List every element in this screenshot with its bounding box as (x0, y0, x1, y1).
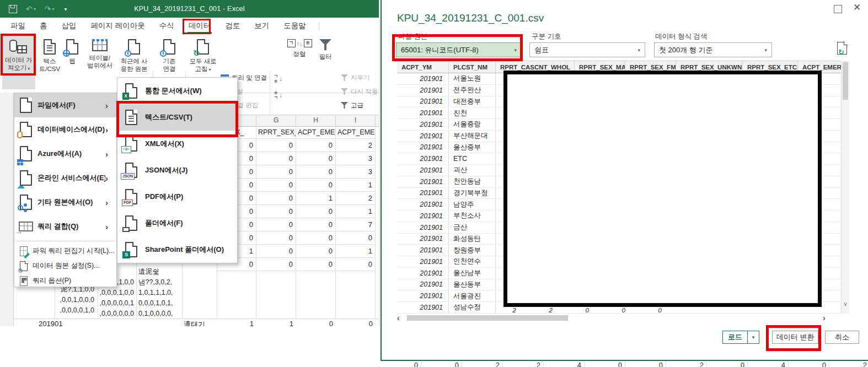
transform-data-button[interactable]: 데이터 변환 (772, 331, 818, 344)
menu-item[interactable]: Azure에서(A) › (14, 142, 116, 166)
submenu-item-icon (125, 163, 137, 178)
menu-item[interactable]: 데이터베이스에서(D) › (14, 117, 116, 142)
sheet-cell: 0 (296, 165, 336, 179)
refresh-preview-icon[interactable] (837, 42, 847, 55)
menu-item-icon (19, 222, 33, 231)
column-header[interactable]: H (296, 115, 336, 126)
sheet-cell: 0 (256, 179, 296, 192)
preview-column-header: PLCST_NM (449, 61, 496, 73)
sheet-row: 0 0 0 7 (217, 218, 376, 231)
column-header[interactable]: G (256, 115, 296, 126)
down-arrow-icon: ↓ (279, 75, 282, 83)
menu-item[interactable]: 쿼리 옵션(P) (14, 273, 116, 288)
submenu-item[interactable]: 텍스트/CSV(T) (117, 104, 237, 131)
submenu-chevron-icon: › (105, 174, 116, 183)
preview-cell-name: 창원중부 (449, 245, 496, 256)
column-header[interactable]: I (336, 115, 376, 126)
file-origin-select[interactable]: 65001: 유니코드(UTF-8) ▾ (396, 42, 522, 57)
submenu-item[interactable]: PDF에서(P) (117, 184, 237, 210)
load-split-caret[interactable]: ▾ (747, 331, 759, 344)
garbled-line: 1,0,1,1,1,0, (138, 288, 181, 298)
partial-value: 0 (625, 307, 662, 314)
sort-button[interactable]: ㄱ↑↓ㅎ 정렬 (287, 35, 312, 89)
clear-filter-button: 지우기 (341, 72, 370, 84)
close-icon[interactable]: ✕ (853, 2, 861, 13)
sheet-rows: 0 0 0 2 0 0 0 3 0 0 0 3 (217, 139, 376, 271)
scroll-down-icon[interactable]: ∨ (842, 301, 849, 307)
caret-down-icon: ▾ (28, 66, 30, 71)
menu-item[interactable]: 기타 원본에서(O) › (14, 190, 116, 214)
scroll-left-icon[interactable]: ‹ (397, 314, 400, 322)
sort-icon: ㄱ↑↓ㅎ (287, 39, 312, 47)
ribbon-tab[interactable]: 페이지 레이아웃 (84, 18, 152, 34)
preview-cell-name: 천안동남 (449, 176, 496, 187)
from-web-button[interactable]: 웹 (62, 35, 83, 89)
ribbon-tab-label: 도움말 (283, 21, 306, 31)
cancel-button[interactable]: 취소 (825, 331, 859, 344)
preview-cell-ym: 201901 (397, 290, 449, 301)
partial-cell-text: 遺태기 (184, 320, 205, 326)
submenu-item[interactable]: SharePoint 폴더에서(O) (117, 236, 237, 263)
advanced-filter-icon (341, 102, 348, 109)
sheet-cell: 3 (336, 152, 376, 165)
scrollbar-thumb[interactable] (407, 315, 568, 321)
submenu-chevron-icon: › (105, 101, 116, 110)
submenu-item[interactable]: 폴더에서(F) (117, 210, 237, 236)
preview-column-header: ACPT_YM (397, 61, 449, 73)
ribbon-tab[interactable]: 파일 (3, 18, 33, 34)
background-cell: 4 (544, 361, 585, 367)
ribbon-tab[interactable]: 홈 (33, 18, 55, 34)
menu-item[interactable]: 데이터 원본 설정(S)... (14, 258, 116, 273)
submenu-item-label: 폴더에서(F) (145, 218, 237, 228)
submenu-item[interactable]: XML에서(X) (117, 131, 237, 157)
delimiter-select[interactable]: 쉼표 ▾ (529, 42, 645, 57)
filter-funnel-icon (319, 39, 331, 50)
preview-cell-name: 부천소사 (449, 211, 496, 222)
background-cell: 2 (666, 361, 707, 367)
type-detect-label: 데이터 형식 검색 (655, 32, 707, 41)
gridline (14, 319, 379, 319)
menu-item[interactable]: 쿼리 결합(Q) › (14, 214, 116, 239)
ribbon-tab-label: 보기 (254, 21, 269, 31)
ribbon-tab[interactable]: 보기 (247, 18, 276, 34)
preview-cell-ym: 201901 (397, 199, 449, 210)
from-table-range-button[interactable]: 테이블/범위에서 (83, 35, 117, 89)
scroll-right-icon[interactable]: › (823, 314, 826, 322)
sort-ascending-button[interactable]: ㄱㅎ ↓ (274, 74, 282, 84)
submenu-item[interactable]: 통합 문서에서(W) (117, 78, 237, 104)
vertical-scrollbar[interactable]: ∧ ∨ (841, 61, 849, 314)
submenu-item-label: PDF에서(P) (145, 192, 237, 202)
ribbon-tab[interactable]: 삽입 (55, 18, 84, 34)
submenu-item[interactable]: JSON에서(J) (117, 157, 237, 184)
sheet-cell: 0 (256, 231, 296, 245)
sheet-row: 0 0 0 0 (217, 231, 376, 245)
maximize-icon[interactable] (834, 5, 842, 13)
submenu-chevron-icon: › (105, 125, 116, 134)
horizontal-scrollbar[interactable]: ‹ › (397, 314, 833, 322)
ribbon-tab[interactable]: 도움말 (276, 18, 313, 34)
partial-cell-text: 201901 (39, 320, 62, 326)
menu-item[interactable]: 파워 쿼리 편집기 시작(L)... (14, 244, 116, 258)
sheet-row: 0 0 0 1 (217, 205, 376, 218)
scrollbar-thumb[interactable] (843, 62, 848, 100)
get-data-button[interactable]: 데이터 가져오기▾ (2, 35, 35, 89)
filter-button[interactable]: 필터 (313, 35, 337, 89)
dialog-title: KPU_34_20191231_C_001.csv (397, 12, 544, 24)
ribbon-tab[interactable]: 수식 (152, 18, 181, 34)
load-button[interactable]: 로드 (722, 331, 748, 344)
gridline (335, 271, 336, 319)
from-text-csv-button[interactable]: 텍스트/CSV (37, 35, 62, 89)
menu-item[interactable]: 온라인 서비스에서(E) › (14, 166, 116, 190)
preview-cell-ym: 201901 (397, 176, 449, 187)
sheet-cell: 1 (336, 205, 376, 218)
advanced-filter-button[interactable]: 고급 (341, 99, 363, 111)
sheet-row: 0 0 0 3 (217, 165, 376, 179)
sheet-cell: 0 (256, 218, 296, 231)
partial-cell-value: 0 (317, 320, 333, 326)
ribbon-tab[interactable]: 검토 (218, 18, 247, 34)
menu-item[interactable]: 파일에서(F) › (14, 93, 116, 117)
menu-item-label: 기타 원본에서(O) (37, 197, 105, 207)
type-detect-select[interactable]: 첫 200개 행 기준 ▾ (654, 42, 772, 57)
ribbon-tab[interactable]: 데이터 (181, 18, 218, 34)
sort-descending-button[interactable]: ㅎㄱ ↓ (274, 90, 282, 100)
